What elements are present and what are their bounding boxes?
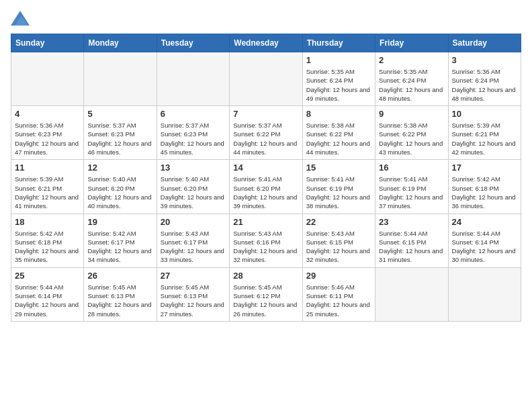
day-info: Sunrise: 5:41 AMSunset: 6:19 PMDaylight:… <box>306 175 371 210</box>
day-cell <box>230 52 302 106</box>
day-info: Sunrise: 5:45 AMSunset: 6:13 PMDaylight:… <box>87 283 152 318</box>
calendar-table: SundayMondayTuesdayWednesdayThursdayFrid… <box>11 34 521 322</box>
day-cell: 13Sunrise: 5:40 AMSunset: 6:20 PMDayligh… <box>157 160 229 214</box>
day-info: Sunrise: 5:36 AMSunset: 6:23 PMDaylight:… <box>15 121 80 156</box>
day-info: Sunrise: 5:42 AMSunset: 6:18 PMDaylight:… <box>15 229 80 265</box>
weekday-header-saturday: Saturday <box>448 34 521 52</box>
day-number: 21 <box>233 217 298 227</box>
day-cell: 26Sunrise: 5:45 AMSunset: 6:13 PMDayligh… <box>84 267 157 321</box>
day-number: 5 <box>87 109 152 119</box>
day-cell: 28Sunrise: 5:45 AMSunset: 6:12 PMDayligh… <box>230 267 302 321</box>
day-cell: 11Sunrise: 5:39 AMSunset: 6:21 PMDayligh… <box>11 160 84 214</box>
day-info: Sunrise: 5:42 AMSunset: 6:18 PMDaylight:… <box>452 175 517 210</box>
day-info: Sunrise: 5:44 AMSunset: 6:15 PMDaylight:… <box>379 229 444 265</box>
day-number: 3 <box>452 55 517 65</box>
logo <box>11 11 32 26</box>
day-number: 28 <box>233 271 298 281</box>
day-cell: 4Sunrise: 5:36 AMSunset: 6:23 PMDaylight… <box>11 106 84 160</box>
day-info: Sunrise: 5:45 AMSunset: 6:13 PMDaylight:… <box>161 283 226 318</box>
day-info: Sunrise: 5:40 AMSunset: 6:20 PMDaylight:… <box>87 175 152 210</box>
day-info: Sunrise: 5:35 AMSunset: 6:24 PMDaylight:… <box>379 67 444 103</box>
day-cell: 25Sunrise: 5:44 AMSunset: 6:14 PMDayligh… <box>11 267 84 321</box>
page-header <box>11 11 521 26</box>
day-number: 7 <box>233 109 298 119</box>
day-info: Sunrise: 5:37 AMSunset: 6:23 PMDaylight:… <box>87 121 152 156</box>
day-cell: 3Sunrise: 5:36 AMSunset: 6:24 PMDaylight… <box>448 52 521 106</box>
day-number: 6 <box>161 109 226 119</box>
day-info: Sunrise: 5:38 AMSunset: 6:22 PMDaylight:… <box>306 121 371 156</box>
day-info: Sunrise: 5:39 AMSunset: 6:21 PMDaylight:… <box>15 175 80 210</box>
day-info: Sunrise: 5:39 AMSunset: 6:21 PMDaylight:… <box>452 121 517 156</box>
weekday-header-friday: Friday <box>375 34 448 52</box>
day-cell <box>375 267 448 321</box>
day-cell: 21Sunrise: 5:43 AMSunset: 6:16 PMDayligh… <box>230 214 302 267</box>
day-cell: 7Sunrise: 5:37 AMSunset: 6:22 PMDaylight… <box>230 106 302 160</box>
day-number: 11 <box>15 163 80 173</box>
day-info: Sunrise: 5:42 AMSunset: 6:17 PMDaylight:… <box>87 229 152 265</box>
weekday-header-wednesday: Wednesday <box>230 34 302 52</box>
day-number: 1 <box>306 55 371 65</box>
day-number: 9 <box>379 109 444 119</box>
day-info: Sunrise: 5:43 AMSunset: 6:17 PMDaylight:… <box>161 229 226 265</box>
day-number: 18 <box>15 217 80 227</box>
weekday-header-tuesday: Tuesday <box>157 34 229 52</box>
day-cell: 18Sunrise: 5:42 AMSunset: 6:18 PMDayligh… <box>11 214 84 267</box>
day-number: 23 <box>379 217 444 227</box>
day-number: 14 <box>233 163 298 173</box>
day-cell <box>84 52 157 106</box>
day-cell: 5Sunrise: 5:37 AMSunset: 6:23 PMDaylight… <box>84 106 157 160</box>
day-info: Sunrise: 5:41 AMSunset: 6:20 PMDaylight:… <box>233 175 298 210</box>
day-number: 16 <box>379 163 444 173</box>
day-info: Sunrise: 5:46 AMSunset: 6:11 PMDaylight:… <box>306 283 371 318</box>
day-info: Sunrise: 5:44 AMSunset: 6:14 PMDaylight:… <box>15 283 80 318</box>
day-cell: 1Sunrise: 5:35 AMSunset: 6:24 PMDaylight… <box>302 52 375 106</box>
day-info: Sunrise: 5:35 AMSunset: 6:24 PMDaylight:… <box>306 67 371 103</box>
day-number: 17 <box>452 163 517 173</box>
day-info: Sunrise: 5:44 AMSunset: 6:14 PMDaylight:… <box>452 229 517 265</box>
week-row-3: 11Sunrise: 5:39 AMSunset: 6:21 PMDayligh… <box>11 160 521 214</box>
day-number: 4 <box>15 109 80 119</box>
day-cell: 23Sunrise: 5:44 AMSunset: 6:15 PMDayligh… <box>375 214 448 267</box>
day-number: 27 <box>161 271 226 281</box>
day-info: Sunrise: 5:36 AMSunset: 6:24 PMDaylight:… <box>452 67 517 103</box>
day-cell: 2Sunrise: 5:35 AMSunset: 6:24 PMDaylight… <box>375 52 448 106</box>
day-number: 12 <box>87 163 152 173</box>
day-cell: 29Sunrise: 5:46 AMSunset: 6:11 PMDayligh… <box>302 267 375 321</box>
day-cell: 8Sunrise: 5:38 AMSunset: 6:22 PMDaylight… <box>302 106 375 160</box>
day-number: 24 <box>452 217 517 227</box>
day-cell: 9Sunrise: 5:38 AMSunset: 6:22 PMDaylight… <box>375 106 448 160</box>
week-row-2: 4Sunrise: 5:36 AMSunset: 6:23 PMDaylight… <box>11 106 521 160</box>
week-row-5: 25Sunrise: 5:44 AMSunset: 6:14 PMDayligh… <box>11 267 521 321</box>
day-info: Sunrise: 5:43 AMSunset: 6:16 PMDaylight:… <box>233 229 298 265</box>
day-number: 26 <box>87 271 152 281</box>
day-info: Sunrise: 5:37 AMSunset: 6:22 PMDaylight:… <box>233 121 298 156</box>
day-number: 29 <box>306 271 371 281</box>
day-cell: 15Sunrise: 5:41 AMSunset: 6:19 PMDayligh… <box>302 160 375 214</box>
day-number: 8 <box>306 109 371 119</box>
day-info: Sunrise: 5:45 AMSunset: 6:12 PMDaylight:… <box>233 283 298 318</box>
day-cell: 24Sunrise: 5:44 AMSunset: 6:14 PMDayligh… <box>448 214 521 267</box>
week-row-1: 1Sunrise: 5:35 AMSunset: 6:24 PMDaylight… <box>11 52 521 106</box>
day-number: 15 <box>306 163 371 173</box>
week-row-4: 18Sunrise: 5:42 AMSunset: 6:18 PMDayligh… <box>11 214 521 267</box>
day-cell <box>157 52 229 106</box>
day-cell: 20Sunrise: 5:43 AMSunset: 6:17 PMDayligh… <box>157 214 229 267</box>
day-cell <box>448 267 521 321</box>
day-info: Sunrise: 5:40 AMSunset: 6:20 PMDaylight:… <box>161 175 226 210</box>
day-cell <box>11 52 84 106</box>
day-cell: 16Sunrise: 5:41 AMSunset: 6:19 PMDayligh… <box>375 160 448 214</box>
day-number: 22 <box>306 217 371 227</box>
day-cell: 6Sunrise: 5:37 AMSunset: 6:23 PMDaylight… <box>157 106 229 160</box>
weekday-header-thursday: Thursday <box>302 34 375 52</box>
day-cell: 27Sunrise: 5:45 AMSunset: 6:13 PMDayligh… <box>157 267 229 321</box>
day-number: 20 <box>161 217 226 227</box>
day-number: 10 <box>452 109 517 119</box>
day-cell: 17Sunrise: 5:42 AMSunset: 6:18 PMDayligh… <box>448 160 521 214</box>
day-info: Sunrise: 5:37 AMSunset: 6:23 PMDaylight:… <box>161 121 226 156</box>
logo-icon <box>11 11 30 26</box>
day-cell: 10Sunrise: 5:39 AMSunset: 6:21 PMDayligh… <box>448 106 521 160</box>
weekday-header-row: SundayMondayTuesdayWednesdayThursdayFrid… <box>11 34 521 52</box>
day-info: Sunrise: 5:41 AMSunset: 6:19 PMDaylight:… <box>379 175 444 210</box>
day-cell: 12Sunrise: 5:40 AMSunset: 6:20 PMDayligh… <box>84 160 157 214</box>
day-number: 13 <box>161 163 226 173</box>
